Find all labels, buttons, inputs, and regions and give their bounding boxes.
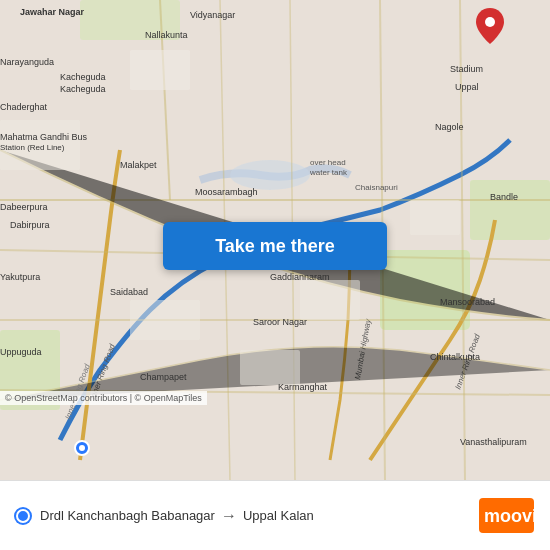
svg-text:Mahatma Gandhi Bus: Mahatma Gandhi Bus: [0, 132, 88, 142]
svg-text:Mansoorabad: Mansoorabad: [440, 297, 495, 307]
svg-text:Saidabad: Saidabad: [110, 287, 148, 297]
take-me-there-button[interactable]: Take me there: [163, 222, 387, 270]
origin-pin: [16, 509, 30, 523]
svg-text:Station (Red Line): Station (Red Line): [0, 143, 65, 152]
svg-point-26: [79, 445, 85, 451]
map-container: Inner Ring Road Inner Ring Road Mumbai H…: [0, 0, 550, 480]
svg-text:Bandle: Bandle: [490, 192, 518, 202]
svg-rect-18: [130, 50, 190, 90]
svg-text:Nagole: Nagole: [435, 122, 464, 132]
svg-text:Gaddiannaram: Gaddiannaram: [270, 272, 330, 282]
bottom-bar: Drdl Kanchanbagh Babanagar → Uppal Kalan…: [0, 480, 550, 550]
svg-rect-23: [410, 200, 460, 235]
svg-point-1: [230, 160, 310, 190]
svg-text:Malakpet: Malakpet: [120, 160, 157, 170]
svg-text:Karmanghat: Karmanghat: [278, 382, 328, 392]
moovit-logo: moovit: [479, 498, 534, 533]
svg-text:Yakutpura: Yakutpura: [0, 272, 40, 282]
route-info: Drdl Kanchanbagh Babanagar → Uppal Kalan: [16, 507, 479, 525]
svg-text:Dabirpura: Dabirpura: [10, 220, 50, 230]
svg-text:Nallakunta: Nallakunta: [145, 30, 188, 40]
svg-rect-22: [240, 350, 300, 385]
map-attribution: © OpenStreetMap contributors | © OpenMap…: [0, 391, 207, 405]
svg-text:Narayanguda: Narayanguda: [0, 57, 54, 67]
svg-text:Vanasthalipuram: Vanasthalipuram: [460, 437, 527, 447]
svg-text:Champapet: Champapet: [140, 372, 187, 382]
svg-text:Jawahar Nagar: Jawahar Nagar: [20, 7, 85, 17]
svg-text:Stadium: Stadium: [450, 64, 483, 74]
svg-point-24: [485, 17, 495, 27]
svg-text:Moosarambagh: Moosarambagh: [195, 187, 258, 197]
svg-text:Uppal: Uppal: [455, 82, 479, 92]
svg-text:Chaisnapuri: Chaisnapuri: [355, 183, 398, 192]
svg-text:Uppuguda: Uppuguda: [0, 347, 42, 357]
svg-text:Kacheguda: Kacheguda: [60, 72, 106, 82]
to-location: Uppal Kalan: [243, 508, 314, 523]
svg-text:over head: over head: [310, 158, 346, 167]
svg-text:moovit: moovit: [484, 506, 534, 526]
svg-text:Saroor Nagar: Saroor Nagar: [253, 317, 307, 327]
svg-rect-21: [130, 300, 200, 340]
svg-text:Kacheguda: Kacheguda: [60, 84, 106, 94]
svg-rect-5: [470, 180, 550, 240]
route-text: Drdl Kanchanbagh Babanagar → Uppal Kalan: [40, 507, 479, 525]
svg-text:Vidyanagar: Vidyanagar: [190, 10, 235, 20]
from-location: Drdl Kanchanbagh Babanagar: [40, 508, 215, 523]
svg-rect-20: [300, 280, 360, 320]
route-arrow-icon: →: [221, 507, 237, 525]
svg-text:water tank: water tank: [309, 168, 348, 177]
svg-text:Chaderghat: Chaderghat: [0, 102, 48, 112]
svg-text:Chintalkunta: Chintalkunta: [430, 352, 480, 362]
moovit-logo-svg: moovit: [479, 498, 534, 533]
svg-text:Dabeerpura: Dabeerpura: [0, 202, 48, 212]
